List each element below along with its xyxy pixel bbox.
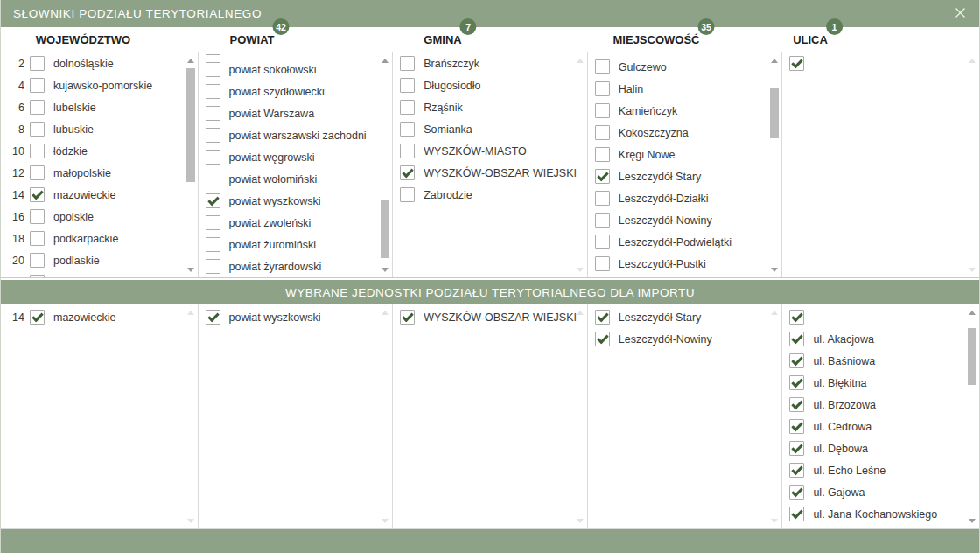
list-item[interactable]: Gulczewo bbox=[588, 56, 782, 78]
checkbox[interactable] bbox=[789, 354, 804, 368]
list-item[interactable]: 20 podlaskie bbox=[1, 249, 198, 271]
checkbox[interactable] bbox=[595, 256, 610, 271]
checkbox[interactable] bbox=[789, 310, 804, 325]
checkbox[interactable] bbox=[206, 84, 220, 99]
list-item[interactable]: powiat wyszkowski bbox=[199, 190, 393, 212]
list-item[interactable]: WYSZKÓW-OBSZAR WIEJSKI bbox=[393, 306, 587, 328]
checkbox[interactable] bbox=[206, 172, 220, 186]
list-item[interactable]: 6 lubelskie bbox=[1, 96, 198, 118]
list-item[interactable]: 10 łódzkie bbox=[1, 140, 198, 162]
list-ulica[interactable] bbox=[782, 52, 979, 277]
checkbox[interactable] bbox=[30, 253, 45, 268]
checkbox[interactable] bbox=[30, 275, 45, 277]
list-wojewodztwo[interactable]: 2 dolnośląskie 4 kujawsko-pomorskie 6 lu… bbox=[1, 52, 199, 277]
selected-gmina[interactable]: WYSZKÓW-OBSZAR WIEJSKI bbox=[393, 304, 588, 528]
list-item[interactable]: Kręgi Nowe bbox=[588, 144, 782, 165]
scroll-down-button[interactable] bbox=[966, 515, 978, 526]
checkbox[interactable] bbox=[789, 419, 804, 434]
scroll-down-button[interactable] bbox=[185, 264, 197, 275]
checkbox[interactable] bbox=[595, 81, 610, 96]
checkbox[interactable] bbox=[595, 60, 610, 74]
list-item[interactable]: 14 mazowieckie bbox=[1, 184, 198, 206]
list-item[interactable]: ul. Gajowa bbox=[782, 481, 979, 503]
checkbox[interactable] bbox=[595, 191, 610, 206]
checkbox[interactable] bbox=[206, 62, 220, 77]
list-item[interactable]: Halin bbox=[588, 78, 782, 100]
checkbox[interactable] bbox=[595, 169, 610, 184]
list-item[interactable]: powiat żyrardowski bbox=[199, 256, 393, 277]
list-item[interactable]: ul. Jana Kochanowskiego bbox=[782, 503, 979, 525]
list-item[interactable]: Leszczydół-Pustki bbox=[588, 253, 782, 275]
selected-powiat[interactable]: powiat wyszkowski bbox=[199, 304, 394, 528]
list-item[interactable]: ul. Brzozowa bbox=[782, 394, 979, 416]
checkbox[interactable] bbox=[30, 56, 45, 71]
list-item[interactable]: powiat wyszkowski bbox=[199, 306, 393, 328]
checkbox[interactable] bbox=[789, 463, 804, 478]
list-item[interactable]: Leszczydół-Działki bbox=[588, 187, 782, 209]
list-item[interactable]: ul. Akacjowa bbox=[782, 328, 979, 350]
list-item[interactable]: 8 lubuskie bbox=[1, 118, 198, 140]
list-item[interactable]: Leszczydół Stary bbox=[588, 306, 782, 328]
list-item-partial[interactable] bbox=[782, 525, 979, 528]
list-item[interactable]: ul. Dębowa bbox=[782, 438, 979, 459]
scroll-thumb[interactable] bbox=[186, 68, 195, 182]
scroll-up-button[interactable] bbox=[768, 55, 780, 66]
checkbox[interactable] bbox=[30, 165, 45, 180]
checkbox[interactable] bbox=[206, 128, 220, 143]
list-item[interactable]: Leszczydół Stary bbox=[588, 165, 782, 187]
checkbox[interactable] bbox=[30, 78, 45, 93]
list-item[interactable]: powiat zwoleński bbox=[199, 212, 393, 234]
checkbox[interactable] bbox=[789, 397, 804, 412]
list-item[interactable]: powiat sokołowski bbox=[199, 59, 393, 80]
checkbox[interactable] bbox=[595, 147, 610, 162]
checkbox[interactable] bbox=[789, 485, 804, 500]
list-item[interactable]: ul. Baśniowa bbox=[782, 350, 979, 372]
scroll-up-button[interactable] bbox=[185, 55, 197, 66]
list-item[interactable]: powiat Warszawa bbox=[199, 102, 393, 124]
powiat-scrollbar[interactable] bbox=[379, 52, 391, 277]
wojewodztwo-scrollbar[interactable] bbox=[185, 52, 197, 277]
selected-miejscowosc[interactable]: Leszczydół Stary Leszczydół-Nowiny bbox=[588, 304, 783, 528]
checkbox[interactable] bbox=[30, 209, 45, 224]
checkbox[interactable] bbox=[400, 78, 415, 93]
scroll-down-button[interactable] bbox=[768, 264, 780, 275]
checkbox[interactable] bbox=[30, 144, 45, 158]
list-item[interactable]: ul. Cedrowa bbox=[782, 416, 979, 438]
list-item[interactable]: Leszczydół-Podwielątki bbox=[588, 231, 782, 253]
list-item[interactable]: 4 kujawsko-pomorskie bbox=[1, 74, 198, 96]
list-item[interactable]: 16 opolskie bbox=[1, 206, 198, 228]
scroll-thumb[interactable] bbox=[968, 328, 976, 385]
list-item[interactable]: Somianka bbox=[393, 118, 587, 140]
selected-ulica-scrollbar[interactable] bbox=[966, 304, 978, 528]
list-item[interactable] bbox=[782, 306, 979, 328]
list-powiat[interactable]: powiat sokołowski powiat szydłowiecki po… bbox=[199, 52, 394, 277]
checkbox[interactable] bbox=[789, 332, 804, 346]
checkbox[interactable] bbox=[206, 52, 220, 55]
checkbox[interactable] bbox=[595, 332, 610, 346]
list-item[interactable] bbox=[782, 52, 979, 74]
list-item[interactable]: powiat wołomiński bbox=[199, 168, 393, 190]
scroll-thumb[interactable] bbox=[381, 200, 389, 258]
checkbox[interactable] bbox=[400, 100, 415, 115]
checkbox[interactable] bbox=[789, 375, 804, 390]
miejscowosc-scrollbar[interactable] bbox=[768, 52, 780, 277]
list-item-partial[interactable] bbox=[199, 52, 393, 59]
list-gmina[interactable]: Brańszczyk Długosiodło Rząśnik Somianka … bbox=[393, 52, 588, 277]
scroll-up-button[interactable] bbox=[379, 55, 391, 66]
scroll-up-button[interactable] bbox=[966, 307, 978, 318]
list-item[interactable]: powiat szydłowiecki bbox=[199, 80, 393, 102]
scroll-down-button[interactable] bbox=[379, 264, 391, 275]
checkbox[interactable] bbox=[789, 56, 804, 71]
list-item[interactable]: Leszczydół-Nowiny bbox=[588, 209, 782, 231]
checkbox[interactable] bbox=[789, 441, 804, 456]
list-item[interactable]: powiat węgrowski bbox=[199, 146, 393, 168]
list-item[interactable]: Długosiodło bbox=[393, 74, 587, 96]
list-item[interactable]: WYSZKÓW-OBSZAR WIEJSKI bbox=[393, 162, 587, 184]
checkbox[interactable] bbox=[595, 213, 610, 228]
checkbox[interactable] bbox=[30, 122, 45, 136]
list-item[interactable]: 2 dolnośląskie bbox=[1, 52, 198, 74]
checkbox[interactable] bbox=[206, 215, 220, 230]
checkbox[interactable] bbox=[30, 231, 45, 246]
list-item[interactable]: 18 podkarpackie bbox=[1, 228, 198, 249]
list-item[interactable]: ul. Błękitna bbox=[782, 372, 979, 394]
